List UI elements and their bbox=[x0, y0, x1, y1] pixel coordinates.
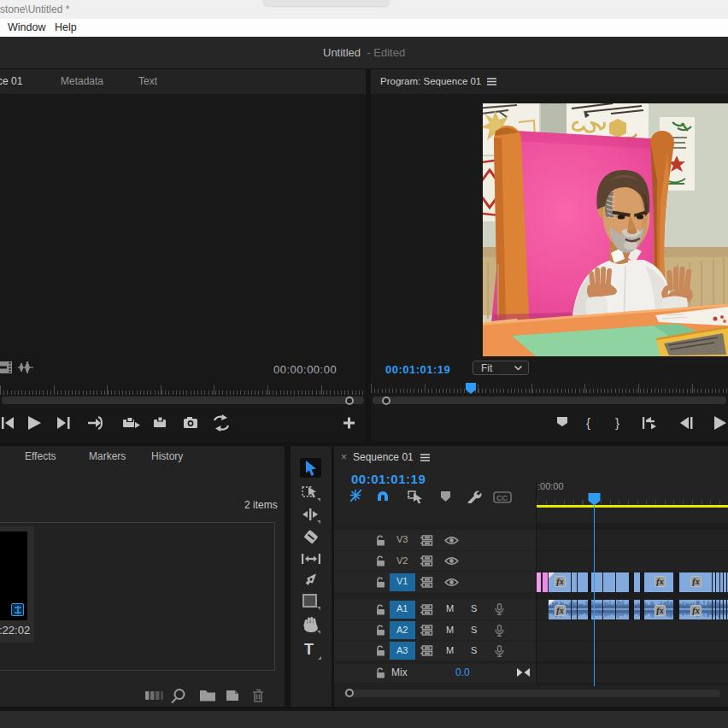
svg-text:}: } bbox=[615, 415, 619, 430]
svg-text:{: { bbox=[586, 415, 590, 430]
